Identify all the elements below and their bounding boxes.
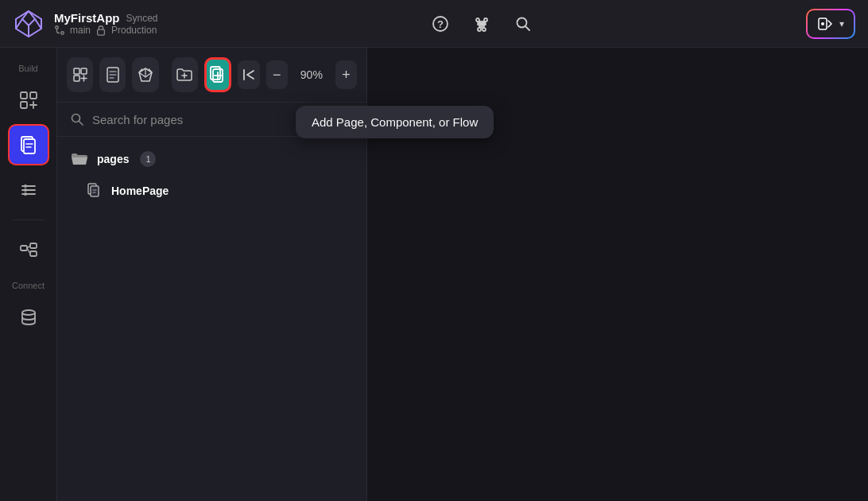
svg-point-5 [61, 32, 64, 35]
add-tooltip: Add Page, Component, or Flow [296, 106, 494, 138]
app-logo-icon [13, 8, 45, 40]
app-meta: main Production [54, 25, 158, 36]
sidebar-item-layers[interactable] [8, 169, 49, 210]
zoom-out-icon: − [273, 67, 281, 84]
main-layout: Build [0, 48, 868, 501]
add-page-button[interactable] [204, 57, 232, 92]
logo-area: MyFirstApp Synced main Production [13, 8, 158, 40]
folder-count: 1 [140, 151, 156, 167]
pages-panel: Search for pages Add Page, Component, or… [57, 103, 366, 501]
svg-rect-37 [74, 76, 79, 81]
component-icon [72, 66, 89, 84]
synced-badge: Synced [126, 13, 158, 24]
svg-line-33 [27, 248, 30, 254]
zoom-level: 90% [294, 68, 329, 81]
chevron-down-icon: ▾ [839, 18, 844, 29]
header: MyFirstApp Synced main Production [0, 0, 868, 48]
zoom-out-button[interactable]: − [266, 60, 288, 89]
svg-rect-31 [30, 251, 37, 256]
page-icon [104, 66, 122, 84]
help-button[interactable]: ? [428, 11, 453, 37]
svg-text:?: ? [437, 18, 444, 30]
svg-rect-36 [81, 68, 87, 74]
svg-rect-20 [24, 139, 35, 153]
branch-icon [54, 25, 65, 36]
page-item-icon [86, 182, 103, 200]
sidebar-item-add-element[interactable] [8, 80, 49, 121]
command-icon [473, 15, 490, 33]
search-icon [514, 15, 532, 33]
svg-line-54 [79, 122, 83, 126]
environment-label: Production [111, 25, 157, 36]
svg-line-2 [35, 19, 41, 29]
add-element-icon [18, 90, 39, 111]
svg-point-4 [56, 26, 59, 29]
app-name: MyFirstApp [54, 11, 120, 25]
search-button[interactable] [510, 11, 536, 37]
first-page-icon [242, 68, 256, 82]
svg-rect-29 [21, 246, 27, 250]
component-button[interactable] [67, 57, 93, 92]
command-button[interactable] [469, 11, 494, 37]
help-icon: ? [432, 15, 449, 33]
database-icon [18, 307, 39, 328]
first-page-button[interactable] [238, 60, 259, 89]
header-icons: ? [171, 11, 793, 37]
folder-add-icon [176, 66, 193, 84]
flow-icon [18, 240, 39, 261]
svg-rect-16 [21, 102, 27, 108]
svg-rect-9 [479, 21, 484, 26]
connect-label: Connect [0, 281, 56, 290]
svg-rect-35 [74, 68, 79, 74]
gem-icon [137, 66, 154, 84]
branch-label: main [70, 25, 91, 36]
toolbar-row: − 90% + [57, 48, 366, 103]
build-label: Build [0, 64, 56, 73]
open-folder-icon [70, 150, 89, 169]
page-button[interactable] [99, 57, 126, 92]
pages-tree: pages 1 HomePage [57, 137, 366, 213]
search-row: Search for pages Add Page, Component, or… [57, 103, 366, 137]
content-panel: − 90% + Search for pages Add Page, Compo… [57, 48, 367, 501]
app-info: MyFirstApp Synced main Production [54, 11, 158, 36]
pages-folder[interactable]: pages 1 [57, 143, 366, 175]
folder-name: pages [97, 153, 129, 165]
svg-point-28 [24, 192, 27, 196]
sidebar-divider [13, 219, 45, 220]
svg-point-26 [24, 184, 27, 188]
svg-rect-30 [30, 243, 37, 248]
lock-icon [95, 25, 107, 36]
folder-add-button[interactable] [172, 57, 198, 92]
zoom-in-button[interactable]: + [335, 60, 357, 89]
svg-point-34 [22, 310, 35, 315]
zoom-in-icon: + [342, 67, 351, 84]
sidebar-item-database[interactable] [8, 297, 49, 338]
layers-icon [18, 179, 39, 200]
svg-point-13 [821, 22, 824, 25]
sidebar: Build [0, 48, 57, 501]
pages-icon [18, 134, 39, 155]
search-icon-small [70, 112, 84, 126]
preview-icon [817, 16, 833, 32]
page-item-homepage[interactable]: HomePage [57, 175, 366, 207]
svg-point-27 [24, 188, 27, 192]
svg-rect-56 [91, 186, 99, 196]
svg-line-11 [525, 26, 529, 30]
gem-button[interactable] [132, 57, 158, 92]
sidebar-item-pages[interactable] [8, 124, 49, 165]
svg-line-1 [16, 19, 22, 29]
sidebar-item-flow[interactable] [8, 230, 49, 271]
page-name-homepage: HomePage [111, 184, 169, 197]
svg-rect-6 [98, 29, 105, 35]
svg-rect-15 [30, 92, 37, 99]
preview-button[interactable]: ▾ [806, 9, 855, 39]
add-page-icon [208, 65, 227, 84]
svg-rect-14 [21, 92, 27, 99]
